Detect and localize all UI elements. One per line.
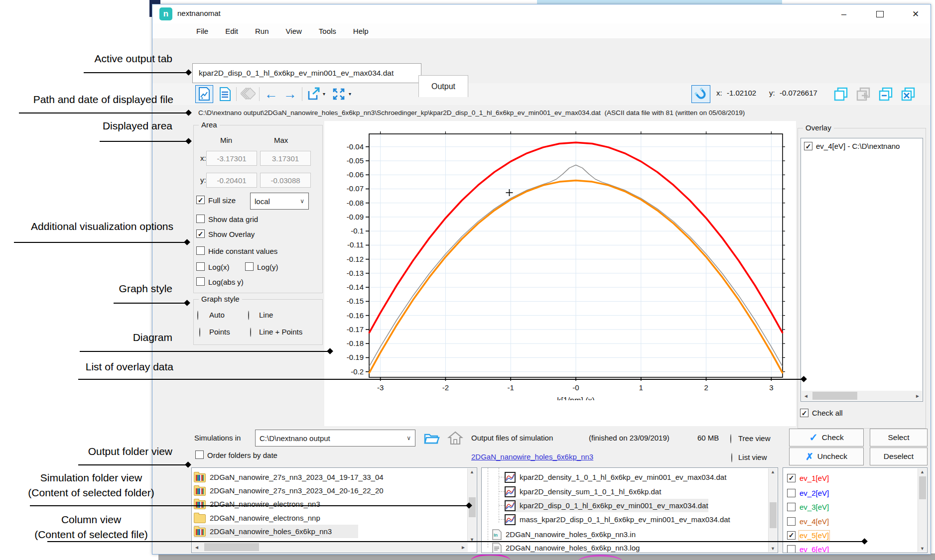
menu-run[interactable]: Run <box>255 27 269 35</box>
scale-select[interactable]: local ∨ <box>250 193 309 210</box>
home-button[interactable] <box>447 431 463 447</box>
overlay-hscroll-thumb[interactable] <box>812 392 857 400</box>
overlay-hscrollbar[interactable]: ◄ ► <box>801 391 922 401</box>
column-checkbox[interactable] <box>787 517 796 526</box>
window-single-button[interactable] <box>832 85 850 103</box>
log-x-checkbox[interactable] <box>196 262 205 271</box>
scroll-down-icon[interactable]: ▼ <box>918 546 927 551</box>
browse-folder-button[interactable] <box>423 431 440 447</box>
graph-style-auto-radio[interactable] <box>197 311 198 320</box>
scroll-up-icon[interactable]: ▲ <box>769 469 777 474</box>
select-button[interactable]: Select <box>870 429 928 447</box>
tab-output[interactable]: Output <box>418 75 468 97</box>
folder-hscroll-thumb[interactable] <box>204 543 259 551</box>
column-row[interactable]: ev_3[eV] <box>787 500 829 513</box>
file-row[interactable]: kpar2D_density_1_0_1_hl_6x6kp_ev_min001_… <box>505 470 726 484</box>
snap-magnet-button[interactable] <box>691 85 710 103</box>
menu-view[interactable]: View <box>286 27 302 35</box>
folder-row[interactable]: 2DGaN_nanowire_electrons_nn3 <box>194 497 458 511</box>
log-y-checkbox[interactable] <box>245 262 254 271</box>
window-close-button[interactable] <box>899 85 917 103</box>
column-list[interactable]: ✓ ev_1[eV] ev_2[eV] ev_3[eV] ev_4[eV] ✓ … <box>783 467 928 553</box>
menu-edit[interactable]: Edit <box>225 27 238 35</box>
uncheck-button[interactable]: ✗ Uncheck <box>789 448 864 465</box>
scroll-right-icon[interactable]: ► <box>461 545 466 550</box>
hide-constant-values-checkbox[interactable] <box>196 246 205 255</box>
minimize-button[interactable]: – <box>830 4 858 23</box>
graph-style-line-points-radio[interactable] <box>250 328 251 337</box>
text-view-button[interactable] <box>216 85 234 103</box>
scroll-up-icon[interactable]: ▲ <box>468 469 476 474</box>
menu-file[interactable]: File <box>196 27 208 35</box>
fit-view-button[interactable] <box>330 85 348 103</box>
layers-button-disabled[interactable] <box>239 85 257 103</box>
scroll-up-icon[interactable]: ▲ <box>918 469 927 474</box>
overlay-item-checkbox[interactable]: ✓ <box>804 142 812 150</box>
export-button[interactable] <box>305 85 323 103</box>
column-checkbox[interactable]: ✓ <box>787 531 796 540</box>
window-remove-button[interactable] <box>877 85 895 103</box>
full-size-checkbox[interactable]: ✓ <box>196 196 205 204</box>
list-view-radio[interactable] <box>731 453 732 462</box>
document-tab[interactable]: kpar2D_disp_0_1_hl_6x6kp_ev_min001_ev_ma… <box>192 63 421 83</box>
check-button[interactable]: ✓ Check <box>789 429 864 447</box>
scroll-left-icon[interactable]: ◄ <box>803 393 808 399</box>
chart-region[interactable]: -0.04-0.05-0.06-0.07-0.08-0.09-0.1-0.11-… <box>324 121 796 426</box>
column-vscroll-thumb[interactable] <box>919 476 926 499</box>
export-caret-icon[interactable]: ▾ <box>323 91 325 97</box>
close-button[interactable]: ✕ <box>902 4 930 23</box>
folder-row[interactable]: 2DGaN_nanowire_27s_nn3_2023_04_19-17_33_… <box>194 470 458 484</box>
column-row[interactable]: ev_4[eV] <box>787 515 829 528</box>
column-row[interactable]: ✓ ev_1[eV] <box>787 471 829 484</box>
simulation-link[interactable]: 2DGaN_nanowire_holes_6x6kp_nn3 <box>471 452 593 461</box>
area-y-max-field[interactable]: -0.03088 <box>260 173 311 188</box>
graph-view-button[interactable] <box>195 85 213 103</box>
maximize-button[interactable] <box>866 4 894 23</box>
show-overlay-checkbox[interactable]: ✓ <box>196 229 205 238</box>
file-row[interactable]: kpar2D_density_sum_1_0_1_hl_6x6kp.dat <box>505 485 661 498</box>
column-row[interactable]: ✓ ev_5[eV] <box>787 529 829 542</box>
overlay-item-label[interactable]: ev_4[eV] - C:\D\nextnano <box>816 142 900 150</box>
fit-view-caret-icon[interactable]: ▾ <box>349 91 351 97</box>
graph-style-line-radio[interactable] <box>248 311 249 320</box>
menu-tools[interactable]: Tools <box>319 27 336 35</box>
menu-help[interactable]: Help <box>353 27 369 35</box>
order-folders-checkbox[interactable] <box>195 450 204 459</box>
file-vscroll-thumb[interactable] <box>770 502 777 528</box>
column-checkbox[interactable] <box>787 489 796 497</box>
column-list-vscrollbar[interactable]: ▲ ▼ <box>918 468 927 552</box>
folder-row[interactable]: 2DGaN_nanowire_electrons_nnp <box>194 511 458 525</box>
tree-view-radio[interactable] <box>730 434 731 444</box>
simulation-file-list[interactable]: kpar2D_density_1_0_1_hl_6x6kp_ev_min001_… <box>481 467 778 553</box>
column-row[interactable]: ev_2[eV] <box>787 486 829 499</box>
overlay-listbox[interactable]: ✓ ev_4[eV] - C:\D\nextnano ◄ ► <box>801 138 923 402</box>
nav-back-button[interactable]: ← <box>262 85 280 103</box>
column-row[interactable]: ev_6[eV] <box>787 543 829 553</box>
folder-row-selected[interactable]: 2DGaN_nanowire_holes_6x6kp_nn3 <box>194 525 358 538</box>
folder-row[interactable]: 2DGaN_nanowire_27s_nn3_2023_04_20-16_22_… <box>194 484 458 497</box>
file-row-selected[interactable]: kpar2D_disp_0_1_hl_6x6kp_ev_min001_ev_ma… <box>505 499 708 512</box>
area-y-min-field[interactable]: -0.20401 <box>206 173 257 188</box>
check-all-checkbox[interactable]: ✓ <box>800 409 808 417</box>
scroll-left-icon[interactable]: ◄ <box>194 545 199 550</box>
dispersion-chart[interactable]: -0.04-0.05-0.06-0.07-0.08-0.09-0.1-0.11-… <box>327 121 790 400</box>
column-checkbox[interactable]: ✓ <box>787 474 796 482</box>
show-data-grid-checkbox[interactable] <box>196 215 205 223</box>
window-add-button-disabled[interactable] <box>854 85 872 103</box>
graph-style-points-radio[interactable] <box>199 328 200 337</box>
area-x-max-field[interactable]: 3.17301 <box>260 151 311 166</box>
area-x-min-field[interactable]: -3.17301 <box>206 151 257 166</box>
scroll-down-icon[interactable]: ▼ <box>769 546 777 551</box>
log-abs-y-checkbox[interactable] <box>196 277 205 286</box>
scroll-right-icon[interactable]: ► <box>915 393 920 399</box>
column-checkbox[interactable] <box>787 503 796 511</box>
folder-list-hscrollbar[interactable]: ◄ ► <box>192 542 468 552</box>
file-row[interactable]: mass_kpar2D_disp_0_1_hl_6x6kp_ev_min001_… <box>505 513 730 526</box>
file-row[interactable]: In 2DGaN_nanowire_holes_6x6kp_nn3.in <box>492 528 636 541</box>
column-checkbox[interactable] <box>787 545 796 554</box>
deselect-button[interactable]: Deselect <box>870 448 928 465</box>
output-folder-list[interactable]: 2DGaN_nanowire_27s_nn3_2023_04_19-17_33_… <box>191 467 477 553</box>
simulation-folder-combobox[interactable]: C:\D\nextnano output ∨ <box>255 430 415 447</box>
file-row[interactable]: 2DGaN_nanowire_holes_6x6kp_nn3.log <box>492 541 640 553</box>
nav-forward-button[interactable]: → <box>281 85 299 103</box>
